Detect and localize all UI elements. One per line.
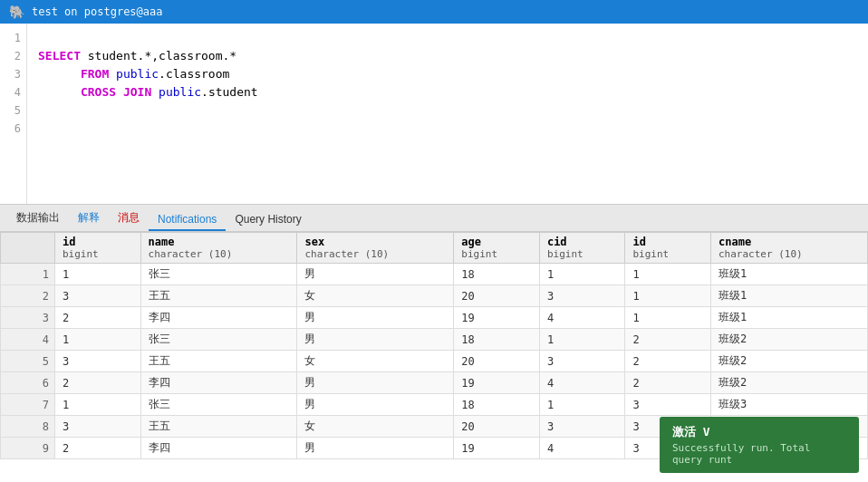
toast-title: 激活 V [672, 424, 846, 440]
col-header-id2: id bigint [625, 233, 711, 264]
table-cell: 王五 [140, 285, 297, 307]
table-cell: 18 [454, 394, 540, 416]
table-cell: 李四 [140, 307, 297, 329]
row-number: 3 [1, 307, 55, 329]
table-row: 41张三男1812班级2 [1, 329, 868, 351]
table-cell: 4 [539, 372, 625, 394]
row-number: 1 [1, 264, 55, 285]
row-number: 6 [1, 372, 55, 394]
code-line-3: FROM public.classroom [38, 65, 857, 83]
row-number: 2 [1, 285, 55, 307]
table-cell: 1 [55, 394, 141, 416]
table-cell: 王五 [140, 416, 297, 438]
table-cell: 班级1 [711, 307, 868, 329]
table-cell: 班级2 [711, 372, 868, 394]
table-cell: 班级1 [711, 285, 868, 307]
table-cell: 3 [539, 416, 625, 438]
table-cell: 王五 [140, 351, 297, 372]
table-cell: 1 [625, 285, 711, 307]
table-cell: 男 [297, 329, 454, 351]
row-number: 7 [1, 394, 55, 416]
table-cell: 4 [539, 307, 625, 329]
table-row: 62李四男1942班级2 [1, 372, 868, 394]
table-cell: 18 [454, 264, 540, 285]
table-cell: 1 [55, 264, 141, 285]
table-cell: 19 [454, 438, 540, 459]
table-cell: 李四 [140, 438, 297, 459]
table-cell: 20 [454, 285, 540, 307]
table-cell: 男 [297, 307, 454, 329]
table-cell: 班级3 [711, 394, 868, 416]
table-cell: 20 [454, 416, 540, 438]
table-cell: 女 [297, 416, 454, 438]
table-cell: 1 [55, 329, 141, 351]
table-cell: 3 [55, 416, 141, 438]
table-cell: 男 [297, 372, 454, 394]
row-number: 5 [1, 351, 55, 372]
table-cell: 班级2 [711, 329, 868, 351]
tabs-bar: 数据输出 解释 消息 Notifications Query History [0, 205, 868, 232]
table-cell: 1 [625, 264, 711, 285]
table-cell: 男 [297, 438, 454, 459]
tab-messages[interactable]: 消息 [109, 207, 149, 231]
table-cell: 2 [625, 351, 711, 372]
col-header-age: age bigint [454, 233, 540, 264]
table-cell: 3 [539, 351, 625, 372]
tab-data-output[interactable]: 数据输出 [7, 207, 69, 231]
line-numbers: 1 2 3 4 5 6 [0, 24, 27, 204]
table-row: 23王五女2031班级1 [1, 285, 868, 307]
table-cell: 1 [625, 307, 711, 329]
col-header-cid: cid bigint [539, 233, 625, 264]
table-cell: 20 [454, 351, 540, 372]
tab-notifications[interactable]: Notifications [149, 209, 226, 231]
col-header-id1: id bigint [55, 233, 141, 264]
table-cell: 19 [454, 372, 540, 394]
table-cell: 1 [539, 264, 625, 285]
table-cell: 2 [55, 307, 141, 329]
table-cell: 张三 [140, 329, 297, 351]
title-bar: 🐘 test on postgres@aaa [0, 0, 868, 24]
table-row: 71张三男1813班级3 [1, 394, 868, 416]
table-cell: 2 [625, 372, 711, 394]
table-cell: 男 [297, 264, 454, 285]
tab-query-history[interactable]: Query History [226, 209, 310, 231]
table-row: 53王五女2032班级2 [1, 351, 868, 372]
db-icon: 🐘 [9, 5, 24, 19]
table-cell: 女 [297, 285, 454, 307]
table-cell: 1 [539, 394, 625, 416]
table-cell: 4 [539, 438, 625, 459]
table-cell: 班级2 [711, 351, 868, 372]
table-cell: 女 [297, 351, 454, 372]
table-cell: 李四 [140, 372, 297, 394]
table-cell: 3 [55, 351, 141, 372]
tab-explain[interactable]: 解释 [69, 207, 109, 231]
results-area[interactable]: id bigint name character (10) sex charac… [0, 232, 868, 482]
code-editor[interactable]: SELECT student.*,classroom.* FROM public… [27, 24, 868, 204]
main-wrapper: 🐘 test on postgres@aaa 1 2 3 4 5 6 SELEC… [0, 0, 868, 482]
table-cell: 张三 [140, 264, 297, 285]
table-cell: 男 [297, 394, 454, 416]
table-cell: 18 [454, 329, 540, 351]
corner-header [1, 233, 55, 264]
col-header-name: name character (10) [140, 233, 297, 264]
col-header-sex: sex character (10) [297, 233, 454, 264]
row-number: 4 [1, 329, 55, 351]
table-cell: 班级1 [711, 264, 868, 285]
editor-area[interactable]: 1 2 3 4 5 6 SELECT student.*,classroom.*… [0, 24, 868, 205]
table-cell: 张三 [140, 394, 297, 416]
table-cell: 2 [55, 438, 141, 459]
table-cell: 1 [539, 329, 625, 351]
col-header-cname: cname character (10) [711, 233, 868, 264]
table-cell: 3 [55, 285, 141, 307]
table-cell: 2 [625, 329, 711, 351]
table-cell: 3 [625, 394, 711, 416]
table-cell: 2 [55, 372, 141, 394]
code-line-5 [38, 101, 857, 120]
row-number: 9 [1, 438, 55, 459]
toast-body: Successfully run. Total query runt [672, 442, 846, 466]
table-cell: 19 [454, 307, 540, 329]
title-text: test on postgres@aaa [32, 5, 163, 18]
bottom-panel: 数据输出 解释 消息 Notifications Query History i… [0, 205, 868, 482]
table-cell: 3 [539, 285, 625, 307]
table-row: 32李四男1941班级1 [1, 307, 868, 329]
